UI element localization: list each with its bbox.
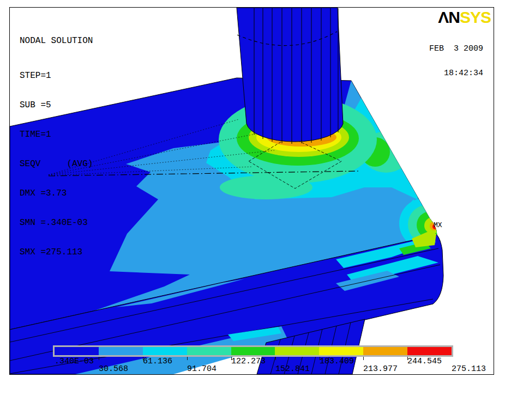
solution-time: TIME=1 xyxy=(20,130,93,139)
date-text: FEB 3 2009 xyxy=(429,45,483,53)
solution-info: NODAL SOLUTION STEP=1 SUB =5 TIME=1 SEQV… xyxy=(20,16,93,277)
legend-label-1: 30.568 xyxy=(99,366,128,373)
cylinder xyxy=(237,8,343,144)
legend-swatch-0 xyxy=(55,347,99,355)
legend-swatch-5 xyxy=(275,347,319,355)
legend-swatch-2 xyxy=(143,347,187,355)
solution-dmx: DMX =3.73 xyxy=(20,188,93,198)
legend-label-7: 213.977 xyxy=(363,366,398,373)
legend-swatch-1 xyxy=(99,347,143,355)
ansys-app-window: { "info": { "lines": [ "NODAL SOLUTION",… xyxy=(0,0,511,420)
solution-smx: SMX =275.113 xyxy=(20,247,93,257)
legend-label-0: .340E-03 xyxy=(55,358,94,365)
legend-swatch-4 xyxy=(231,347,275,355)
solution-substep: SUB =5 xyxy=(20,100,93,110)
ansys-logo-yellow: SYS xyxy=(460,8,491,26)
max-stress-marker: MX xyxy=(434,221,442,229)
legend-tick xyxy=(187,357,188,360)
legend-label-5: 152.841 xyxy=(275,366,310,373)
legend-swatch-6 xyxy=(319,347,363,355)
legend-swatch-7 xyxy=(363,347,407,355)
ansys-logo-black: ΛN xyxy=(438,8,460,26)
legend-tick xyxy=(363,357,364,360)
ansys-logo: ΛNSYS xyxy=(438,9,491,26)
legend-label-2: 61.136 xyxy=(143,358,172,365)
time-text: 18:42:34 xyxy=(429,69,483,77)
legend-label-4: 122.273 xyxy=(231,358,266,365)
graphics-viewport-frame: MX NODAL SOLUTION STEP=1 SUB =5 TIME=1 S… xyxy=(9,7,494,375)
legend-tick xyxy=(99,357,99,360)
solution-quantity: SEQV (AVG) xyxy=(20,159,93,169)
legend-label-9: 275.113 xyxy=(452,366,486,373)
legend-swatch-8 xyxy=(407,347,452,355)
solution-title: NODAL SOLUTION xyxy=(20,36,93,46)
solution-step: STEP=1 xyxy=(20,71,93,81)
solution-smn: SMN =.340E-03 xyxy=(20,218,93,228)
contour-legend-bar xyxy=(53,345,453,357)
legend-label-8: 244.545 xyxy=(407,358,442,365)
legend-label-3: 91.704 xyxy=(187,366,217,373)
legend-swatch-3 xyxy=(187,347,231,355)
datetime-stamp: FEB 3 2009 18:42:34 xyxy=(429,28,483,94)
legend-label-6: 183.409 xyxy=(320,358,354,365)
legend-tick xyxy=(275,357,276,360)
